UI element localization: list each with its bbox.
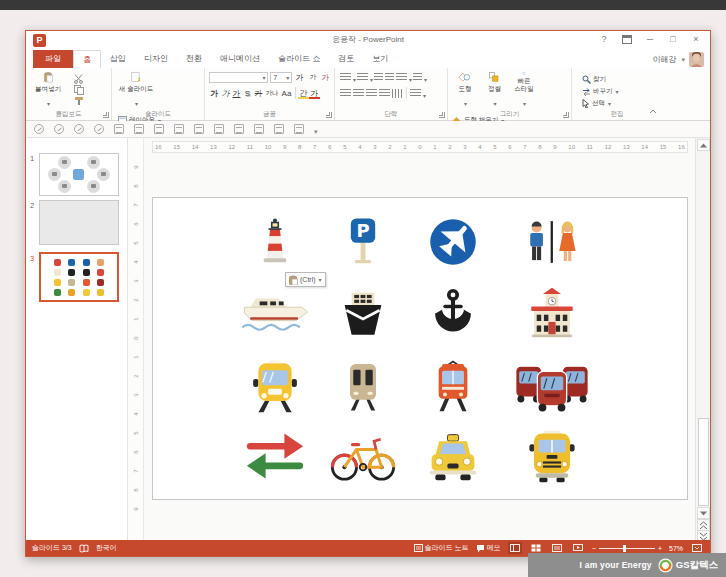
spell-check-button[interactable] [79, 544, 89, 553]
slide-indicator[interactable]: 슬라이드 3/3 [32, 543, 72, 553]
quick-styles-button[interactable]: 빠른스타일 [511, 70, 537, 110]
slide-canvas[interactable]: P [152, 197, 688, 500]
paragraph-dialog-launcher[interactable] [439, 112, 445, 118]
arrange-button[interactable]: 정렬 [482, 70, 506, 110]
quick-access-icon[interactable] [294, 124, 304, 134]
increase-indent-button[interactable] [385, 73, 394, 82]
new-slide-button[interactable]: 새 슬라이드 [116, 70, 156, 110]
slide-thumbnail-2[interactable] [39, 200, 119, 245]
highlight-color-button[interactable]: 간 [298, 88, 309, 99]
tab-home[interactable]: 홈 [73, 50, 101, 68]
airplane-icon[interactable] [413, 209, 493, 275]
anchor-icon[interactable] [413, 279, 493, 345]
account-menu[interactable]: 이해강 [652, 52, 704, 67]
replace-button[interactable]: 바꾸기 [582, 86, 619, 98]
align-center-button[interactable] [353, 89, 364, 98]
lighthouse-icon[interactable] [235, 209, 315, 275]
station-building-icon[interactable] [512, 279, 592, 345]
columns-button[interactable] [392, 89, 403, 98]
quick-access-icon[interactable] [154, 124, 164, 134]
quick-access-icon[interactable] [214, 124, 224, 134]
maximize-button[interactable]: □ [663, 32, 683, 47]
minimize-button[interactable]: ─ [640, 32, 660, 47]
underline-button[interactable]: 가 [231, 88, 242, 99]
quick-access-icon[interactable] [114, 124, 124, 134]
school-bus-icon[interactable] [512, 423, 592, 489]
transfer-arrows-icon[interactable] [235, 423, 315, 489]
zoom-slider-track[interactable] [599, 548, 655, 549]
close-button[interactable]: × [686, 32, 706, 47]
tab-design[interactable]: 디자인 [135, 50, 177, 68]
quick-access-icon[interactable] [54, 124, 64, 134]
character-spacing-button[interactable]: 가나 [264, 89, 280, 98]
font-name-combobox[interactable] [209, 72, 268, 83]
font-color-button[interactable]: 가 [309, 88, 320, 99]
ribbon-display-options-button[interactable] [617, 32, 637, 47]
quick-access-icon[interactable] [174, 124, 184, 134]
scrollbar-thumb[interactable] [698, 418, 709, 506]
yacht-icon[interactable] [235, 279, 315, 345]
convert-smartart-button[interactable] [410, 89, 421, 98]
clear-formatting-button[interactable]: 가 [320, 72, 331, 83]
format-painter-button[interactable] [73, 96, 84, 106]
shapes-button[interactable]: 도형 [452, 70, 478, 110]
paste-button[interactable]: 붙여넣기 [30, 70, 66, 110]
grow-font-button[interactable]: 가 [294, 72, 305, 83]
align-right-button[interactable] [366, 89, 377, 98]
comments-button[interactable]: 메모 [476, 543, 501, 553]
select-button[interactable]: 선택 [582, 98, 619, 110]
buses-red-icon[interactable] [512, 353, 592, 419]
copy-button[interactable] [73, 85, 84, 95]
ship-icon[interactable] [323, 279, 403, 345]
quick-access-icon[interactable] [234, 124, 244, 134]
tram-yellow-icon[interactable] [235, 353, 315, 419]
tab-animations[interactable]: 애니메이션 [211, 50, 269, 68]
clipboard-dialog-launcher[interactable] [103, 112, 109, 118]
justify-button[interactable] [379, 89, 390, 98]
decrease-indent-button[interactable] [374, 73, 383, 82]
change-case-button[interactable]: Aa [280, 89, 293, 98]
tab-review[interactable]: 검토 [329, 50, 363, 68]
tab-view[interactable]: 보기 [363, 50, 397, 68]
align-left-button[interactable] [340, 89, 351, 98]
drawing-dialog-launcher[interactable] [563, 112, 569, 118]
zoom-percentage[interactable]: 57% [669, 545, 683, 552]
bicycle-icon[interactable] [323, 423, 403, 489]
quick-access-icon[interactable] [274, 124, 284, 134]
find-button[interactable]: 찾기 [582, 74, 619, 86]
numbering-button[interactable] [357, 73, 368, 82]
tab-slideshow[interactable]: 슬라이드 쇼 [269, 50, 329, 68]
tab-file[interactable]: 파일 [33, 50, 73, 68]
paste-options-button[interactable]: (Ctrl) [285, 272, 326, 287]
quick-access-dropdown[interactable] [314, 120, 318, 138]
help-button[interactable]: ? [594, 32, 614, 47]
quick-access-icon[interactable] [134, 124, 144, 134]
font-size-combobox[interactable]: 7 [270, 72, 292, 83]
parking-sign-icon[interactable]: P [323, 209, 403, 275]
text-shadow-button[interactable]: S [242, 89, 253, 98]
quick-access-icon[interactable] [254, 124, 264, 134]
font-dialog-launcher[interactable] [326, 112, 332, 118]
zoom-in-button[interactable]: + [658, 545, 662, 552]
cut-button[interactable] [73, 74, 84, 84]
tram-orange-icon[interactable] [413, 353, 493, 419]
quick-access-icon[interactable] [194, 124, 204, 134]
line-spacing-button[interactable] [396, 73, 407, 82]
language-button[interactable]: 한국어 [96, 543, 117, 553]
quick-access-icon[interactable] [34, 124, 44, 134]
slide-thumbnail-1[interactable] [39, 153, 119, 196]
quick-access-icon[interactable] [94, 124, 104, 134]
restroom-sign-icon[interactable] [512, 209, 592, 275]
tab-insert[interactable]: 삽입 [101, 50, 135, 68]
italic-button[interactable]: 가 [220, 88, 231, 99]
taxi-icon[interactable] [413, 423, 493, 489]
normal-view-button[interactable] [508, 542, 522, 554]
slide-thumbnail-3-selected[interactable] [39, 252, 119, 302]
shrink-font-button[interactable]: 가 [307, 73, 318, 82]
scroll-down-button[interactable] [697, 507, 710, 519]
scroll-up-button[interactable] [697, 139, 710, 151]
bold-button[interactable]: 가 [209, 88, 220, 99]
zoom-out-button[interactable]: − [592, 545, 596, 552]
notes-button[interactable]: 슬라이드 노트 [414, 543, 469, 553]
tab-transitions[interactable]: 전환 [177, 50, 211, 68]
